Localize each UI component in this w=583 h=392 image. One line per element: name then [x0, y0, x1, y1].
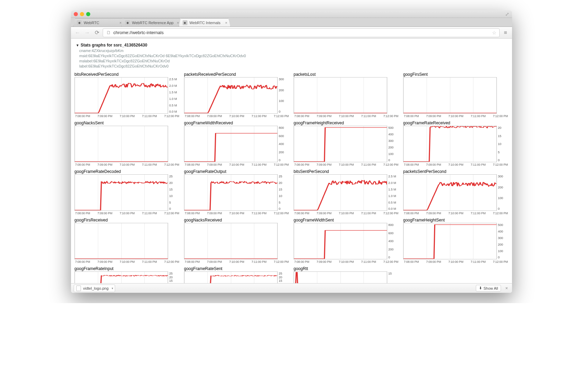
chart-title: packetsSentPerSecond	[403, 169, 509, 174]
x-axis-labels: 7:08:00 PM7:09:00 PM7:10:00 PM7:11:00 PM…	[74, 260, 180, 264]
chart-plot-area	[184, 223, 278, 259]
y-axis-labels: 5004003002001000	[497, 223, 509, 259]
chart: googFrameRateDecoded25201510507:08:00 PM…	[74, 168, 180, 215]
back-button[interactable]: ←	[74, 29, 81, 37]
y-axis-labels: 1510	[387, 271, 399, 283]
y-axis-labels: 252015105	[278, 271, 289, 283]
tab-label: WebRTC	[84, 21, 99, 25]
chart-title: googFirsSent	[403, 72, 509, 77]
close-tab-icon[interactable]: ×	[120, 21, 122, 25]
chart: bitsSentPerSecond2.5 M2.0 M1.5 M1.0 M0.5…	[294, 168, 399, 215]
reload-button[interactable]: ⟳	[93, 29, 101, 37]
x-axis-labels: 7:08:00 PM7:09:00 PM7:10:00 PM7:11:00 PM…	[403, 163, 509, 166]
download-filename: vidtel_logo.png	[83, 286, 109, 290]
chart-title: googNacksReceived	[184, 218, 289, 223]
chart: googFrameRateInput252015105	[74, 266, 180, 283]
browser-tab[interactable]: ◆WebRTC Internals×	[179, 18, 231, 27]
favicon-icon: ◆	[125, 20, 130, 25]
chart: packetsReceivedPerSecond30020010007:08:0…	[184, 71, 289, 118]
y-axis-labels: 3002001000	[278, 77, 289, 114]
chart-plot-area	[74, 223, 168, 259]
y-axis-labels: 3002001000	[497, 174, 509, 211]
y-axis-labels: 2520151050	[168, 174, 180, 211]
chart-plot-area	[74, 126, 168, 162]
chart-title: bitsSentPerSecond	[294, 169, 399, 174]
chart-title: googFrameRateSent	[184, 266, 289, 271]
page-content: ▼ Stats graphs for ssrc_4136526430 cname…	[71, 39, 512, 283]
chart-plot-area	[294, 271, 387, 283]
x-axis-labels: 7:08:00 PM7:09:00 PM7:10:00 PM7:11:00 PM…	[184, 260, 289, 264]
chart: googFirsReceived7:08:00 PM7:09:00 PM7:10…	[74, 217, 180, 264]
stats-header[interactable]: ▼ Stats graphs for ssrc_4136526430	[76, 43, 509, 48]
chart: packetsSentPerSecond30020010007:08:00 PM…	[403, 168, 509, 215]
x-axis-labels: 7:08:00 PM7:09:00 PM7:10:00 PM7:11:00 PM…	[184, 114, 289, 118]
fullscreen-icon[interactable]: ⤢	[505, 11, 509, 17]
browser-tab[interactable]: ◆WebRTC Reference App×	[121, 18, 182, 27]
disclosure-triangle-icon[interactable]: ▼	[76, 43, 79, 47]
x-axis-labels: 7:08:00 PM7:09:00 PM7:10:00 PM7:11:00 PM…	[74, 114, 180, 118]
x-axis-labels: 7:08:00 PM7:09:00 PM7:10:00 PM7:11:00 PM…	[294, 260, 399, 264]
meta-line: cname:4ZXkrucxjuzp/bKm	[79, 48, 509, 53]
chart: googNacksSent7:08:00 PM7:09:00 PM7:10:00…	[74, 120, 180, 166]
chart: googFirsSent7:08:00 PM7:09:00 PM7:10:00 …	[403, 71, 509, 118]
y-axis-labels: 20151050	[497, 126, 509, 162]
chart-plot-area	[294, 223, 387, 259]
hamburger-menu-icon[interactable]: ≡	[502, 30, 509, 36]
window-minimize-button[interactable]	[80, 12, 84, 16]
toolbar: ← → ⟳ 🗋 chrome://webrtc-internals ☆ ≡	[71, 27, 512, 39]
window-close-button[interactable]	[74, 12, 78, 16]
show-all-downloads-button[interactable]: ⬇ Show All	[476, 285, 501, 291]
chart-title: googFrameHeightReceived	[294, 121, 399, 125]
chart-title: googFirsReceived	[74, 218, 180, 223]
chart-plot-area	[294, 77, 387, 114]
x-axis-labels: 7:08:00 PM7:09:00 PM7:10:00 PM7:11:00 PM…	[184, 163, 289, 166]
titlebar: ⤢	[71, 10, 512, 18]
browser-window: ⤢ ◆WebRTC×◆WebRTC Reference App×◆WebRTC …	[71, 10, 512, 293]
chart-plot-area	[294, 126, 387, 162]
chart-title: packetsReceivedPerSecond	[184, 72, 289, 77]
address-bar[interactable]: 🗋 chrome://webrtc-internals ☆	[103, 28, 500, 37]
chart: googFrameRateOutput25201510507:08:00 PM7…	[184, 168, 289, 215]
x-axis-labels: 7:08:00 PM7:09:00 PM7:10:00 PM7:11:00 PM…	[403, 212, 509, 215]
chart-title: googFrameRateReceived	[403, 121, 509, 125]
chart-title: googFrameRateOutput	[184, 169, 289, 174]
close-tab-icon[interactable]: ×	[225, 21, 227, 25]
browser-tab[interactable]: ◆WebRTC×	[73, 18, 125, 27]
chart-plot-area	[184, 271, 278, 283]
chart-plot-area	[74, 77, 168, 114]
stats-metadata: cname:4ZXkrucxjuzp/bKmmsid:6E9laEYkyxIkT…	[79, 48, 509, 69]
x-axis-labels: 7:08:00 PM7:09:00 PM7:10:00 PM7:11:00 PM…	[74, 163, 180, 166]
chart-title: bitsReceivedPerSecond	[74, 72, 180, 77]
chart: googRtt1510	[294, 266, 399, 283]
x-axis-labels: 7:08:00 PM7:09:00 PM7:10:00 PM7:11:00 PM…	[403, 114, 509, 118]
y-axis-labels: 2.5 M2.0 M1.5 M1.0 M0.5 M0.0 M	[387, 174, 399, 211]
chart-title: googFrameWidthReceived	[184, 121, 289, 125]
meta-line: mslabel:6E9laEYkyxIkTCxDgc82ZGoEhlCfxNuC…	[79, 59, 509, 64]
chart-plot-area	[74, 271, 168, 283]
meta-line: msid:6E9laEYkyxIkTCxDgc82ZGoEhlCfxNuCKrO…	[79, 53, 509, 59]
chart-title: packetsLost	[294, 72, 399, 77]
chart: googFrameRateSent252015105	[184, 266, 289, 283]
tab-label: WebRTC Internals	[190, 21, 221, 25]
chevron-down-icon[interactable]: ▾	[112, 287, 113, 290]
bookmark-star-icon[interactable]: ☆	[492, 30, 497, 35]
favicon-icon: ◆	[77, 20, 82, 25]
x-axis-labels: 7:08:00 PM7:09:00 PM7:10:00 PM7:11:00 PM…	[403, 260, 509, 264]
chart-plot-area	[403, 126, 497, 162]
close-downloads-bar-button[interactable]: ×	[504, 286, 509, 291]
chart: googFrameRateReceived201510507:08:00 PM7…	[403, 120, 509, 166]
file-icon	[76, 286, 81, 291]
chart-title: googFrameHeightSent	[403, 218, 509, 223]
forward-button[interactable]: →	[83, 29, 91, 37]
close-tab-icon[interactable]: ×	[177, 21, 179, 25]
window-zoom-button[interactable]	[86, 12, 90, 16]
chart-plot-area	[403, 174, 497, 211]
x-axis-labels: 7:08:00 PM7:09:00 PM7:10:00 PM7:11:00 PM…	[294, 212, 399, 215]
download-item[interactable]: vidtel_logo.png ▾	[74, 285, 115, 292]
chart-title: googRtt	[294, 266, 399, 271]
chart-plot-area	[184, 77, 278, 114]
site-info-icon[interactable]: 🗋	[106, 30, 111, 35]
chart: googNacksReceived7:08:00 PM7:09:00 PM7:1…	[184, 217, 289, 264]
chart: googFrameHeightSent50040030020010007:08:…	[403, 217, 509, 264]
chart-title: googFrameWidthSent	[294, 218, 399, 223]
